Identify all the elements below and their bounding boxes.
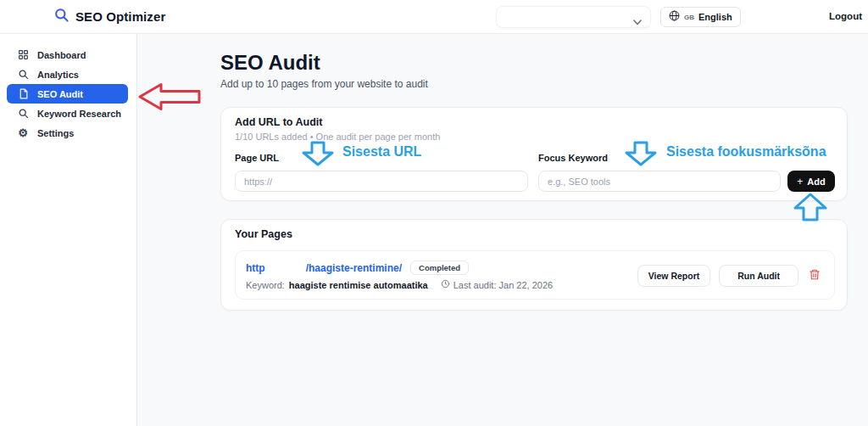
url-hint-text: Sisesta URL bbox=[342, 144, 421, 160]
add-button-label: Add bbox=[807, 177, 825, 187]
logout-link[interactable]: Logout bbox=[829, 11, 862, 21]
run-audit-button[interactable]: Run Audit bbox=[719, 265, 798, 287]
document-icon bbox=[17, 88, 29, 100]
add-button[interactable]: + Add bbox=[787, 171, 835, 192]
globe-icon bbox=[669, 10, 680, 24]
sidebar-item-label: Settings bbox=[37, 128, 74, 138]
page-link-start[interactable]: http bbox=[246, 262, 265, 274]
sidebar-item-label: Keyword Research bbox=[37, 109, 121, 119]
app-title: SEO Optimizer bbox=[75, 9, 165, 24]
sidebar-item-dashboard[interactable]: Dashboard bbox=[7, 45, 128, 64]
language-button[interactable]: GB English bbox=[660, 7, 741, 27]
page-title: SEO Audit bbox=[220, 51, 320, 75]
focus-keyword-input[interactable] bbox=[538, 171, 781, 192]
search-icon bbox=[17, 108, 29, 120]
gear-icon: ⚙ bbox=[17, 127, 29, 139]
header-dropdown[interactable] bbox=[496, 6, 651, 28]
language-label: English bbox=[698, 12, 732, 22]
keyword-label: Keyword: bbox=[246, 280, 285, 290]
view-report-button[interactable]: View Report bbox=[637, 265, 711, 287]
keyword-value: haagiste rentimise automaatika bbox=[289, 280, 428, 290]
sidebar-item-analytics[interactable]: Analytics bbox=[7, 64, 128, 84]
seo-optimizer-app: SEO Optimizer GB English Logout bbox=[0, 0, 868, 426]
search-icon bbox=[17, 69, 29, 81]
plus-icon: + bbox=[797, 177, 803, 187]
page-url-line: http /haagiste-rentimine/ Completed bbox=[246, 261, 469, 275]
your-pages-card: Your Pages http /haagiste-rentimine/ Com… bbox=[220, 219, 848, 311]
blue-arrow-up-add-annotation bbox=[793, 193, 827, 225]
grid-icon bbox=[17, 49, 29, 61]
header: SEO Optimizer GB English Logout bbox=[0, 0, 868, 34]
add-card-title: Add URL to Audit bbox=[235, 116, 322, 128]
keyword-hint-text: Sisesta fookusmärksõna bbox=[666, 144, 826, 160]
red-arrow-left-annotation bbox=[137, 81, 202, 115]
clock-icon bbox=[441, 279, 450, 290]
sidebar-item-keyword-research[interactable]: Keyword Research bbox=[7, 104, 128, 123]
last-audit-text: Last audit: Jan 22, 2026 bbox=[453, 280, 553, 290]
app-logo: SEO Optimizer bbox=[53, 7, 165, 26]
sidebar-item-settings[interactable]: ⚙ Settings bbox=[7, 123, 128, 143]
sidebar-item-label: SEO Audit bbox=[37, 89, 83, 99]
sidebar-item-label: Analytics bbox=[37, 70, 79, 80]
last-audit: Last audit: Jan 22, 2026 bbox=[441, 279, 553, 290]
row-actions: View Report Run Audit bbox=[637, 251, 822, 300]
blue-arrow-down-keyword-annotation bbox=[625, 141, 657, 170]
trash-icon bbox=[809, 268, 821, 283]
page-subtitle: Add up to 10 pages from your website to … bbox=[220, 78, 428, 90]
page-url-input[interactable] bbox=[235, 171, 528, 192]
page-row: http /haagiste-rentimine/ Completed Keyw… bbox=[235, 250, 835, 300]
page-link-path[interactable]: /haagiste-rentimine/ bbox=[306, 262, 402, 274]
blue-arrow-down-url-annotation bbox=[302, 141, 334, 170]
sidebar-item-seo-audit[interactable]: SEO Audit bbox=[7, 84, 128, 104]
status-badge: Completed bbox=[410, 261, 469, 275]
keyword-line: Keyword: haagiste rentimise automaatika … bbox=[246, 279, 553, 290]
focus-keyword-label: Focus Keyword bbox=[538, 153, 608, 163]
pages-card-title: Your Pages bbox=[235, 228, 292, 240]
sidebar-item-label: Dashboard bbox=[37, 50, 86, 60]
chevron-down-icon bbox=[633, 14, 642, 29]
search-logo-icon bbox=[53, 7, 70, 26]
add-card-meta: 1/10 URLs added • One audit per page per… bbox=[235, 132, 440, 142]
page-url-label: Page URL bbox=[235, 153, 279, 163]
delete-page-button[interactable] bbox=[807, 266, 822, 285]
sidebar: Dashboard Analytics SEO Audit bbox=[0, 34, 137, 426]
language-code: GB bbox=[684, 14, 694, 21]
